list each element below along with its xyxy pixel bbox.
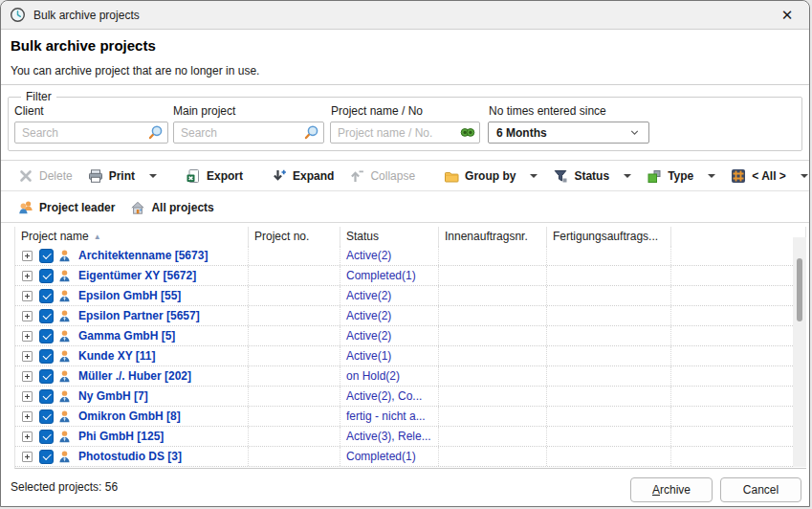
expand-toggle-icon[interactable] <box>22 371 33 382</box>
table-row[interactable]: Kunde XY [11] Active(1) <box>15 346 806 366</box>
selected-projects-count: Selected projects: 56 <box>11 480 118 494</box>
status-cell: Completed(1) <box>340 447 439 466</box>
table-row[interactable]: Eigentümer XY [5672] Completed(1) <box>15 266 806 286</box>
secondary-toolbar: Project leader All projects <box>1 192 809 223</box>
status-cell: Active(1) <box>340 346 439 365</box>
column-header-innenauftragsnr[interactable]: Innenauftragsnr. <box>439 227 547 246</box>
type-squares-icon <box>647 168 662 184</box>
expand-toggle-icon[interactable] <box>22 452 33 462</box>
separator <box>1 84 809 85</box>
table-row[interactable]: Epsilon GmbH [55] Active(2) <box>15 286 806 306</box>
dropdown-caret-icon <box>801 174 808 178</box>
row-checkbox[interactable] <box>39 269 54 283</box>
expand-toggle-icon[interactable] <box>22 271 33 281</box>
expand-button[interactable]: Expand <box>264 165 341 188</box>
client-search-field <box>14 122 168 144</box>
expand-icon <box>272 168 287 184</box>
column-header-project-no[interactable]: Project no. <box>249 227 340 246</box>
expand-toggle-icon[interactable] <box>22 251 33 261</box>
type-filter-button[interactable]: Type <box>639 165 723 188</box>
status-cell: fertig - nicht a... <box>340 407 439 426</box>
all-projects-button[interactable]: All projects <box>122 196 221 219</box>
expand-toggle-icon[interactable] <box>22 311 33 321</box>
archive-button[interactable]: Archive <box>630 477 713 502</box>
column-header-filler <box>671 227 806 246</box>
client-search-input[interactable] <box>14 122 168 144</box>
person-icon <box>57 409 72 424</box>
status-cell: Active(2), Co... <box>340 387 439 406</box>
row-checkbox[interactable] <box>39 349 54 364</box>
status-cell: Active(2) <box>340 326 439 345</box>
status-filter-button[interactable]: Status <box>545 165 639 188</box>
bulk-archive-dialog: Bulk archive projects ✕ Bulk archive pro… <box>0 0 810 507</box>
main-project-search-input[interactable] <box>173 122 324 144</box>
status-cell: Active(2) <box>340 286 439 305</box>
no-times-entered-label: No times entered since <box>489 104 606 118</box>
client-label: Client <box>14 104 44 118</box>
expand-toggle-icon[interactable] <box>22 391 33 402</box>
heading-block: Bulk archive projects You can archive pr… <box>11 37 800 77</box>
status-cell: Active(2) <box>340 246 439 265</box>
status-cell: Active(2) <box>340 306 439 325</box>
chevron-down-icon <box>628 126 641 139</box>
printer-icon <box>88 168 103 184</box>
column-header-fertigungsauftrags[interactable]: Fertigungsauftrags... <box>547 227 671 246</box>
page-title: Bulk archive projects <box>11 37 800 54</box>
scrollbar-thumb[interactable] <box>797 258 802 321</box>
main-project-label: Main project <box>173 104 235 118</box>
export-button[interactable]: Export <box>178 165 251 188</box>
project-name: Gamma GmbH [5] <box>78 329 175 343</box>
print-button[interactable]: Print <box>80 165 165 188</box>
all-projects-house-icon <box>130 200 145 215</box>
column-header-project-name[interactable]: Project name ▲ <box>15 227 249 246</box>
table-row[interactable]: Ny GmbH [7] Active(2), Co... <box>15 387 806 407</box>
hash-grid-icon <box>731 168 746 184</box>
magnifier-icon[interactable] <box>148 124 164 140</box>
row-checkbox[interactable] <box>39 409 54 424</box>
table-header: Project name ▲ Project no. Status Innena… <box>15 227 806 246</box>
row-checkbox[interactable] <box>39 329 54 343</box>
vertical-scrollbar[interactable] <box>793 237 806 467</box>
dropdown-caret-icon <box>624 174 631 178</box>
filter-legend: Filter <box>21 90 56 103</box>
row-checkbox[interactable] <box>39 430 54 444</box>
table-row[interactable]: Photostudio DS [3] Completed(1) <box>15 447 806 467</box>
table-row[interactable]: Gamma GmbH [5] Active(2) <box>15 326 806 346</box>
project-name-input[interactable] <box>330 122 480 144</box>
status-cell: Completed(1) <box>340 266 439 285</box>
sort-ascending-icon: ▲ <box>94 232 101 241</box>
table-row[interactable]: Epsilon Partner [5657] Active(2) <box>15 306 806 326</box>
row-checkbox[interactable] <box>39 249 54 263</box>
close-icon[interactable]: ✕ <box>765 1 809 30</box>
row-checkbox[interactable] <box>39 450 54 464</box>
expand-toggle-icon[interactable] <box>22 291 33 301</box>
project-leader-button[interactable]: Project leader <box>11 196 122 219</box>
delete-button[interactable]: Delete <box>11 165 80 188</box>
row-checkbox[interactable] <box>39 309 54 323</box>
row-checkbox[interactable] <box>39 389 54 404</box>
person-icon <box>57 329 72 343</box>
expand-toggle-icon[interactable] <box>22 331 33 342</box>
table-row[interactable]: Omikron GmbH [8] fertig - nicht a... <box>15 407 806 427</box>
expand-toggle-icon[interactable] <box>22 432 33 442</box>
cancel-button[interactable]: Cancel <box>720 477 801 502</box>
group-by-button[interactable]: Group by <box>436 165 545 188</box>
person-icon <box>57 349 72 364</box>
row-checkbox[interactable] <box>39 369 54 384</box>
collapse-button[interactable]: Collapse <box>341 165 423 188</box>
clock-icon <box>10 7 26 23</box>
dropdown-caret-icon <box>149 174 157 178</box>
expand-toggle-icon[interactable] <box>22 351 33 362</box>
all-filter-button[interactable]: < All > <box>723 165 810 188</box>
row-checkbox[interactable] <box>39 289 54 303</box>
dialog-footer: Selected projects: 56 Archive Cancel <box>1 470 809 506</box>
no-times-entered-select[interactable]: 6 Months <box>488 122 649 144</box>
table-row[interactable]: Phi GmbH [125] Active(3), Rele... <box>15 427 806 447</box>
table-row[interactable]: Müller ./. Huber [202] on Hold(2) <box>15 366 806 387</box>
status-cell: on Hold(2) <box>340 366 439 386</box>
binoculars-icon[interactable] <box>460 124 475 140</box>
column-header-status[interactable]: Status <box>340 227 439 246</box>
magnifier-icon[interactable] <box>304 124 319 140</box>
table-row[interactable]: Architektenname [5673] Active(2) <box>15 246 806 266</box>
expand-toggle-icon[interactable] <box>22 411 33 422</box>
